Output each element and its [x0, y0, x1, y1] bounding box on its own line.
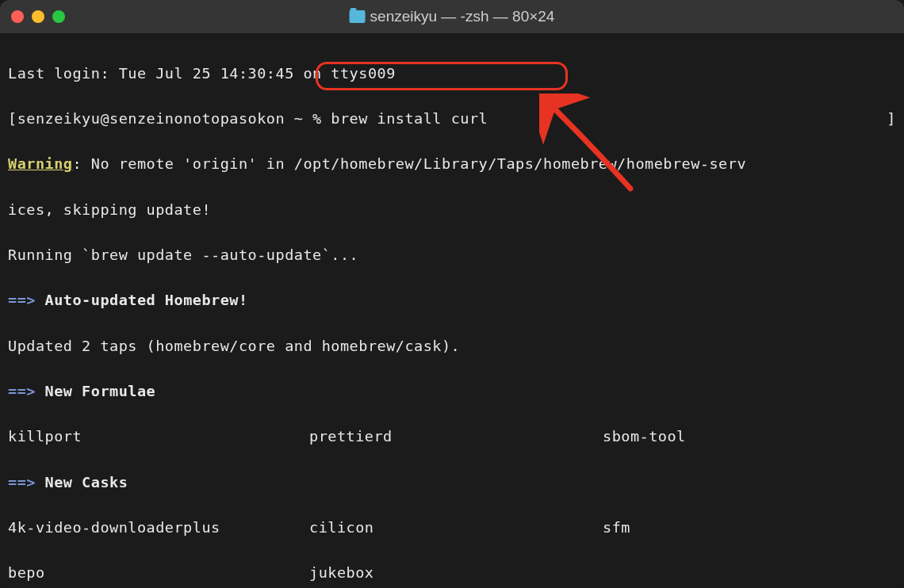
folder-icon [350, 10, 366, 23]
terminal-body[interactable]: Last login: Tue Jul 25 14:30:45 on ttys0… [0, 33, 904, 588]
updated-taps-line: Updated 2 taps (homebrew/core and homebr… [8, 335, 896, 358]
minimize-button[interactable] [32, 10, 44, 23]
casks-row-1: 4k-video-downloaderplusciliconsfm [8, 517, 896, 540]
casks-row-2: bepojukebox [8, 562, 896, 585]
warning-line-1: Warning: No remote 'origin' in /opt/home… [8, 153, 896, 176]
section-new-casks: ==> New Casks [8, 472, 896, 494]
prompt-line: [senzeikyu@senzeinonotopasokon ~ % brew … [8, 108, 896, 131]
traffic-lights [11, 10, 65, 23]
last-login-line: Last login: Tue Jul 25 14:30:45 on ttys0… [8, 63, 896, 86]
window-title: senzeikyu — -zsh — 80×24 [350, 8, 555, 25]
warning-line-2: ices, skipping update! [8, 199, 896, 222]
section-new-formulae: ==> New Formulae [8, 380, 896, 403]
terminal-window: senzeikyu — -zsh — 80×24 Last login: Tue… [0, 0, 904, 588]
maximize-button[interactable] [52, 10, 65, 23]
titlebar: senzeikyu — -zsh — 80×24 [0, 0, 904, 33]
section-auto-update: ==> Auto-updated Homebrew! [8, 289, 896, 312]
running-update-line: Running `brew update --auto-update`... [8, 244, 896, 267]
close-button[interactable] [11, 10, 24, 23]
title-text: senzeikyu — -zsh — 80×24 [370, 8, 555, 25]
formulae-row-1: killportprettierdsbom-tool [8, 426, 896, 449]
